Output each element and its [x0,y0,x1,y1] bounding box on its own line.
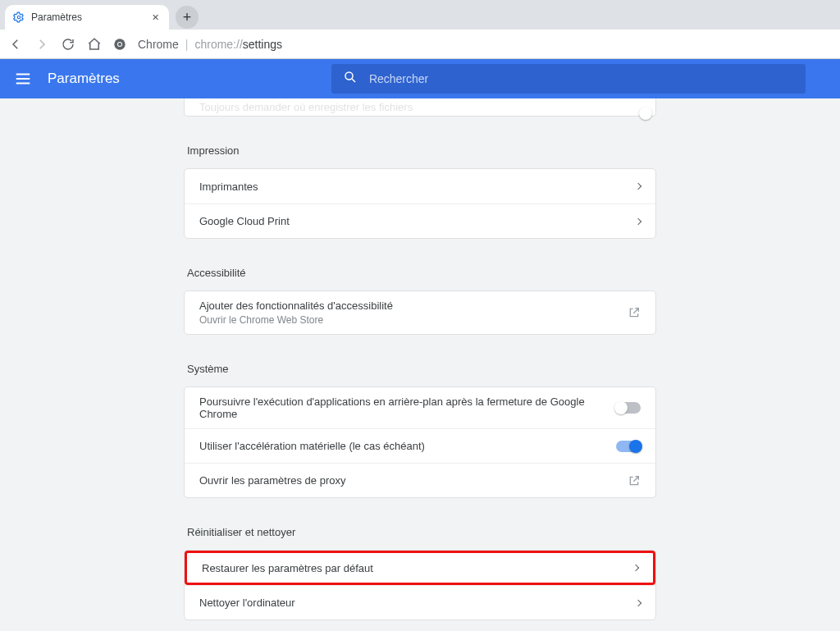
settings-row[interactable]: Ajouter des fonctionnalités d'accessibil… [185,291,655,334]
browser-chrome: Paramètres ✕ + Chrome | chrome://setting… [0,0,840,59]
row-label: Ajouter des fonctionnalités d'accessibil… [199,299,393,312]
chevron-right-icon [635,217,641,224]
omnibox-label: Chrome [138,38,179,51]
home-button[interactable] [87,37,102,52]
settings-content: Toujours demander où enregistrer les fic… [0,98,840,631]
section-title: Système [187,363,656,375]
menu-icon[interactable] [13,69,33,89]
row-label: Google Cloud Print [199,215,290,227]
chrome-icon [113,38,126,51]
back-button[interactable] [8,37,23,52]
svg-point-4 [345,72,353,80]
page-title: Paramètres [48,71,120,87]
row-label: Nettoyer l'ordinateur [199,597,295,609]
row-label: Restaurer les paramètres par défaut [202,562,373,574]
chevron-right-icon [635,599,641,606]
address-bar: Chrome | chrome://settings [0,30,840,59]
omnibox[interactable]: Chrome | chrome://settings [138,38,282,51]
toggle-switch[interactable] [616,402,641,414]
settings-card: Ajouter des fonctionnalités d'accessibil… [184,290,656,335]
new-tab-button[interactable]: + [176,6,199,29]
settings-row[interactable]: Nettoyer l'ordinateur [185,585,655,620]
settings-header: Paramètres [0,59,840,98]
search-input[interactable] [369,72,794,85]
search-box[interactable] [331,64,806,94]
toggle-switch[interactable] [616,441,641,452]
svg-point-3 [118,43,121,46]
section-title: Impression [187,144,656,157]
tab-title: Paramètres [31,11,143,23]
external-link-icon [628,474,641,487]
settings-row-truncated[interactable]: Toujours demander où enregistrer les fic… [184,98,656,117]
section-title: Réinitialiser et nettoyer [187,526,656,538]
gear-icon [13,11,25,23]
browser-tab[interactable]: Paramètres ✕ [5,5,169,30]
settings-card: Restaurer les paramètres par défautNetto… [184,550,656,620]
chevron-right-icon [635,183,641,190]
settings-row[interactable]: Google Cloud Print [185,203,655,238]
settings-row[interactable]: Poursuivre l'exécution d'applications en… [185,387,655,428]
close-icon[interactable]: ✕ [149,11,161,23]
settings-row[interactable]: Ouvrir les paramètres de proxy [185,463,655,497]
svg-point-0 [17,16,21,19]
row-label: Utiliser l'accélération matérielle (le c… [199,440,425,452]
tab-bar: Paramètres ✕ + [0,0,840,30]
settings-row[interactable]: Utiliser l'accélération matérielle (le c… [185,428,655,463]
section-title: Accessibilité [187,267,656,279]
settings-row[interactable]: Restaurer les paramètres par défaut [185,551,655,585]
row-label: Ouvrir les paramètres de proxy [199,474,345,487]
settings-row[interactable]: Imprimantes [185,169,655,203]
chevron-right-icon [632,565,639,571]
search-icon [343,70,358,88]
reload-button[interactable] [61,37,75,52]
forward-button[interactable] [34,37,49,52]
settings-card: ImprimantesGoogle Cloud Print [184,168,656,239]
settings-card: Poursuivre l'exécution d'applications en… [184,386,656,498]
external-link-icon [628,306,641,319]
row-label: Poursuivre l'exécution d'applications en… [199,396,616,420]
row-sublabel: Ouvrir le Chrome Web Store [199,314,393,326]
row-label: Imprimantes [199,181,258,193]
